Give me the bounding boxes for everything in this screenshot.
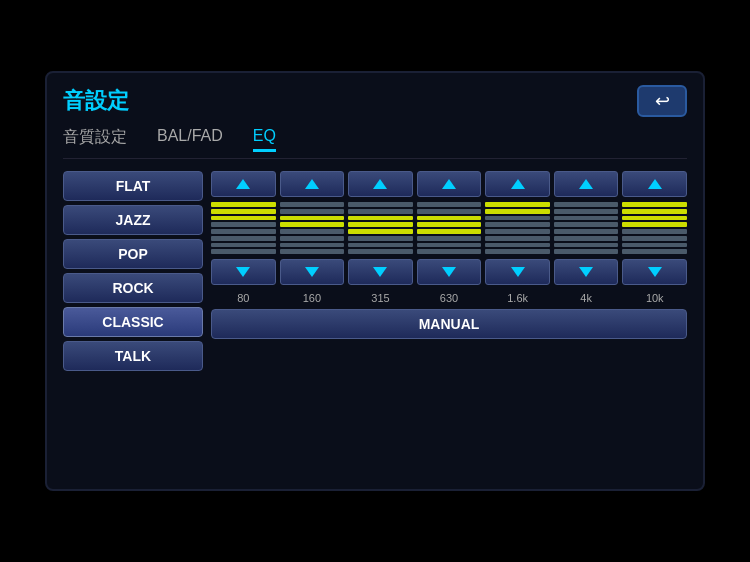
eq-col-4k-down [554, 259, 619, 285]
eq-down-630[interactable] [417, 259, 482, 285]
arrow-up-icon [648, 179, 662, 189]
bar [417, 236, 482, 241]
eq-up-row [211, 171, 687, 197]
eq-bars-10k [622, 200, 687, 256]
eq-col-80-down [211, 259, 276, 285]
arrow-up-icon [236, 179, 250, 189]
preset-pop[interactable]: POP [63, 239, 203, 269]
eq-up-80[interactable] [211, 171, 276, 197]
eq-col-630-down [417, 259, 482, 285]
eq-col-630-up [417, 171, 482, 197]
freq-10k: 10k [622, 292, 687, 304]
bar [417, 249, 482, 254]
bar [280, 236, 345, 241]
bar [554, 216, 619, 221]
eq-bar-stack-80 [211, 200, 276, 256]
arrow-down-icon [511, 267, 525, 277]
preset-rock[interactable]: ROCK [63, 273, 203, 303]
bar [280, 209, 345, 214]
eq-col-315-down [348, 259, 413, 285]
preset-jazz[interactable]: JAZZ [63, 205, 203, 235]
eq-up-315[interactable] [348, 171, 413, 197]
eq-bars-row [211, 200, 687, 256]
bar [280, 229, 345, 234]
bar [622, 222, 687, 227]
eq-up-10k[interactable] [622, 171, 687, 197]
eq-bar-stack-1k6 [485, 200, 550, 256]
eq-up-4k[interactable] [554, 171, 619, 197]
bar [554, 222, 619, 227]
bar [485, 202, 550, 207]
eq-down-80[interactable] [211, 259, 276, 285]
arrow-down-icon [648, 267, 662, 277]
bar [622, 229, 687, 234]
eq-down-4k[interactable] [554, 259, 619, 285]
bar [417, 229, 482, 234]
eq-down-1k6[interactable] [485, 259, 550, 285]
preset-talk[interactable]: TALK [63, 341, 203, 371]
bar [211, 202, 276, 207]
bar [485, 209, 550, 214]
eq-col-315-up [348, 171, 413, 197]
bar [554, 202, 619, 207]
freq-160: 160 [280, 292, 345, 304]
arrow-down-icon [579, 267, 593, 277]
bar [554, 229, 619, 234]
arrow-up-icon [511, 179, 525, 189]
eq-bars-160 [280, 200, 345, 256]
eq-up-1k6[interactable] [485, 171, 550, 197]
arrow-up-icon [442, 179, 456, 189]
eq-down-row [211, 259, 687, 285]
arrow-down-icon [305, 267, 319, 277]
freq-1k6: 1.6k [485, 292, 550, 304]
eq-down-10k[interactable] [622, 259, 687, 285]
page-title: 音設定 [63, 86, 129, 116]
header: 音設定 ↩ [63, 85, 687, 117]
bar [622, 216, 687, 221]
eq-bars-80 [211, 200, 276, 256]
eq-up-630[interactable] [417, 171, 482, 197]
bar [348, 216, 413, 221]
eq-col-4k-up [554, 171, 619, 197]
bar [485, 229, 550, 234]
eq-col-1k6-up [485, 171, 550, 197]
eq-col-160-down [280, 259, 345, 285]
eq-bar-stack-4k [554, 200, 619, 256]
manual-button[interactable]: MANUAL [211, 309, 687, 339]
freq-80: 80 [211, 292, 276, 304]
eq-bar-stack-315 [348, 200, 413, 256]
bar [554, 209, 619, 214]
bar [554, 236, 619, 241]
bar [211, 209, 276, 214]
eq-area: 80 160 315 630 1.6k 4k 10k MANUAL [211, 171, 687, 371]
back-button[interactable]: ↩ [637, 85, 687, 117]
freq-315: 315 [348, 292, 413, 304]
bar [211, 216, 276, 221]
tab-bar: 音質設定 BAL/FAD EQ [63, 127, 687, 159]
bar [622, 243, 687, 248]
bar [485, 243, 550, 248]
eq-bars-630 [417, 200, 482, 256]
bar [280, 249, 345, 254]
bar [622, 236, 687, 241]
tab-balfad[interactable]: BAL/FAD [157, 127, 223, 152]
bar [417, 222, 482, 227]
arrow-down-icon [442, 267, 456, 277]
eq-down-160[interactable] [280, 259, 345, 285]
bar [348, 236, 413, 241]
bar [280, 216, 345, 221]
eq-up-160[interactable] [280, 171, 345, 197]
tab-eq[interactable]: EQ [253, 127, 276, 152]
bar [417, 202, 482, 207]
eq-bar-stack-630 [417, 200, 482, 256]
arrow-up-icon [373, 179, 387, 189]
manual-row: MANUAL [211, 309, 687, 339]
preset-flat[interactable]: FLAT [63, 171, 203, 201]
eq-down-315[interactable] [348, 259, 413, 285]
bar [348, 209, 413, 214]
preset-classic[interactable]: CLASSIC [63, 307, 203, 337]
bar [348, 229, 413, 234]
arrow-down-icon [236, 267, 250, 277]
tab-sound[interactable]: 音質設定 [63, 127, 127, 152]
bar [280, 222, 345, 227]
